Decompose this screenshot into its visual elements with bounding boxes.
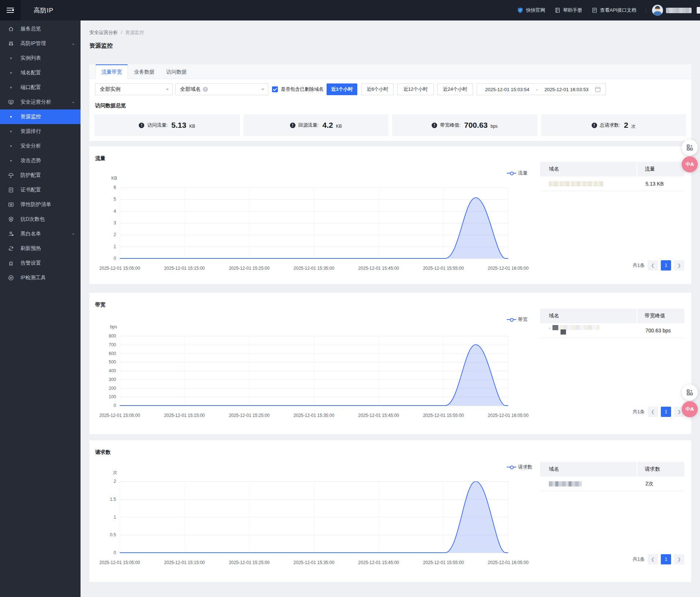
- value-column-header: 流量: [637, 166, 684, 172]
- apps-float-button-2[interactable]: [682, 384, 698, 400]
- tab-traffic-bandwidth[interactable]: 流量带宽: [96, 64, 128, 79]
- sidebar-item-ip-manage[interactable]: 高防IP管理▲: [0, 36, 81, 51]
- sidebar-item-antid-package[interactable]: 抗D次数包: [0, 212, 81, 227]
- page-1-button[interactable]: 1: [661, 407, 671, 417]
- sidebar: 服务总览高防IP管理▲实例列表域名配置端口配置安全运营分析▲资源监控资源排行安全…: [0, 20, 81, 597]
- info-icon: !: [592, 123, 597, 128]
- next-page-button[interactable]: ❯: [674, 554, 684, 564]
- chevron-up-icon: ▲: [72, 42, 75, 45]
- x-tick-label: 2025-12-01 15:15:00: [159, 266, 210, 271]
- apps-icon: [686, 389, 693, 396]
- overview-section-title: 访问数据总览: [95, 102, 126, 109]
- apps-icon: [686, 144, 693, 151]
- page-1-button[interactable]: 1: [661, 260, 671, 270]
- sidebar-item-resource-monitor[interactable]: 资源监控: [0, 109, 81, 124]
- tab-access-data[interactable]: 访问数据: [161, 64, 192, 79]
- user-name-redacted[interactable]: [666, 8, 692, 13]
- shield-icon: [8, 216, 14, 222]
- sidebar-item-resource-rank[interactable]: 资源排行: [0, 124, 81, 139]
- sidebar-item-refresh-preheat[interactable]: 刷新预热: [0, 241, 81, 256]
- sidebar-item-attack-trend[interactable]: 攻击态势: [0, 153, 81, 168]
- avatar[interactable]: [652, 5, 663, 16]
- shield-logo-icon: [517, 7, 524, 14]
- monitor-icon: [8, 99, 14, 105]
- value-cell: 2次: [638, 481, 684, 487]
- legend-line-icon: [507, 467, 516, 467]
- sidebar-item-elastic-protect-list[interactable]: 弹性防护清单: [0, 197, 81, 212]
- sidebar-item-protect-config[interactable]: 防护配置: [0, 168, 81, 183]
- x-tick-label: 2025-12-01 15:45:00: [353, 560, 404, 565]
- y-tick-label: 300: [94, 377, 116, 382]
- sidebar-item-cert-config[interactable]: 证书配置: [0, 183, 81, 197]
- x-tick-label: 2025-12-01 15:05:00: [94, 266, 145, 271]
- sidebar-item-service-overview[interactable]: 服务总览: [0, 22, 81, 36]
- chevron-down-icon: ▼: [72, 232, 75, 235]
- header-nav-help-manual[interactable]: 帮助手册: [555, 7, 582, 14]
- main-content: 安全运营分析/资源监控 资源监控 流量带宽业务数据访问数据 全部实例 全部域名×…: [81, 20, 700, 597]
- value-column-header: 请求数: [637, 466, 684, 473]
- domain-table: 域名 请求数 2次: [540, 462, 684, 491]
- instance-select[interactable]: 全部实例: [95, 83, 173, 95]
- sidebar-item-instance-list[interactable]: 实例列表: [0, 51, 81, 66]
- date-range-picker[interactable]: 2025-12-01 15:03:54 - 2025-12-01 16:03:5…: [477, 83, 606, 95]
- domain-select[interactable]: 全部域名×: [175, 83, 268, 95]
- next-page-button[interactable]: ❯: [674, 260, 684, 270]
- y-tick-label: 600: [94, 351, 116, 356]
- y-tick-label: 4: [94, 209, 116, 214]
- sidebar-item-security-analysis[interactable]: 安全分析: [0, 139, 81, 153]
- pagination: 共1条 ❮ 1 ❯: [633, 407, 684, 417]
- chart-legend[interactable]: 带宽: [507, 316, 528, 323]
- prev-page-button[interactable]: ❮: [648, 407, 658, 417]
- stat-cards: !访问流量:5.13KB!回源流量:4.2KB!带宽峰值:700.63bps!总…: [94, 114, 686, 136]
- page-title: 资源监控: [89, 42, 113, 50]
- sidebar-item-domain-config[interactable]: 域名配置: [0, 66, 81, 80]
- y-tick-label: 400: [94, 368, 116, 373]
- page-1-button[interactable]: 1: [661, 554, 671, 564]
- sidebar-item-ip-check-tool[interactable]: IPIP检测工具: [0, 270, 81, 285]
- include-deleted-checkbox[interactable]: [272, 86, 278, 92]
- info-icon: !: [139, 123, 144, 128]
- prev-page-button[interactable]: ❮: [648, 554, 658, 564]
- x-tick-label: 2025-12-01 15:55:00: [418, 560, 469, 565]
- clear-tag-icon[interactable]: ×: [203, 87, 208, 92]
- stat-card-1: !访问流量:5.13KB: [94, 114, 240, 136]
- include-deleted-checkbox-wrap: 是否包含已删除域名: [272, 83, 324, 95]
- person-icon: [8, 231, 14, 237]
- x-tick-label: 2025-12-01 15:55:00: [418, 413, 469, 418]
- header-nav-official-site[interactable]: 快快官网: [517, 7, 545, 14]
- translate-float-button[interactable]: 中A: [682, 156, 698, 172]
- pagination: 共1条 ❮ 1 ❯: [633, 554, 684, 564]
- table-header: 域名 流量: [540, 162, 684, 176]
- tab-business-data[interactable]: 业务数据: [129, 64, 160, 79]
- prev-page-button[interactable]: ❮: [648, 260, 658, 270]
- time-button-4[interactable]: 近24个小时: [437, 83, 473, 95]
- sidebar-item-security-analysis-group[interactable]: 安全运营分析▲: [0, 95, 81, 109]
- y-tick-label: 0: [94, 550, 116, 555]
- sidebar-item-black-white-list[interactable]: 黑白名单▼: [0, 227, 81, 241]
- header-nav-api-doc[interactable]: 查看API接口文档: [592, 7, 636, 14]
- umbrella-icon: [8, 172, 14, 178]
- bullet-icon: [10, 87, 12, 88]
- time-button-2[interactable]: 近6个小时: [361, 83, 394, 95]
- translate-icon: 中A: [685, 406, 694, 413]
- chart-legend[interactable]: 流量: [507, 170, 528, 176]
- app-title: 高防IP: [34, 6, 53, 15]
- y-axis-unit: bps: [103, 324, 117, 329]
- breadcrumb-parent[interactable]: 安全运营分析: [89, 30, 118, 35]
- translate-float-button-2[interactable]: 中A: [682, 401, 698, 417]
- header-nav: 快快官网帮助手册查看API接口文档: [517, 5, 700, 16]
- date-start: 2025-12-01 15:03:54: [485, 87, 529, 92]
- domain-column-header: 域名: [540, 162, 637, 176]
- sidebar-item-port-config[interactable]: 端口配置: [0, 80, 81, 95]
- x-tick-label: 2025-12-01 15:15:00: [159, 413, 210, 418]
- time-button-1[interactable]: 近1个小时: [327, 83, 357, 95]
- book-icon: [555, 7, 561, 13]
- time-button-3[interactable]: 近12个小时: [397, 83, 434, 95]
- header-edge-widget[interactable]: [697, 7, 700, 14]
- menu-toggle-button[interactable]: [0, 0, 21, 20]
- y-tick-label: 0.5: [94, 532, 116, 537]
- chart-legend[interactable]: 请求数: [507, 464, 532, 470]
- sidebar-item-alert-setting[interactable]: 告警设置: [0, 256, 81, 270]
- svg-text:IP: IP: [10, 277, 12, 279]
- apps-float-button[interactable]: [682, 139, 698, 156]
